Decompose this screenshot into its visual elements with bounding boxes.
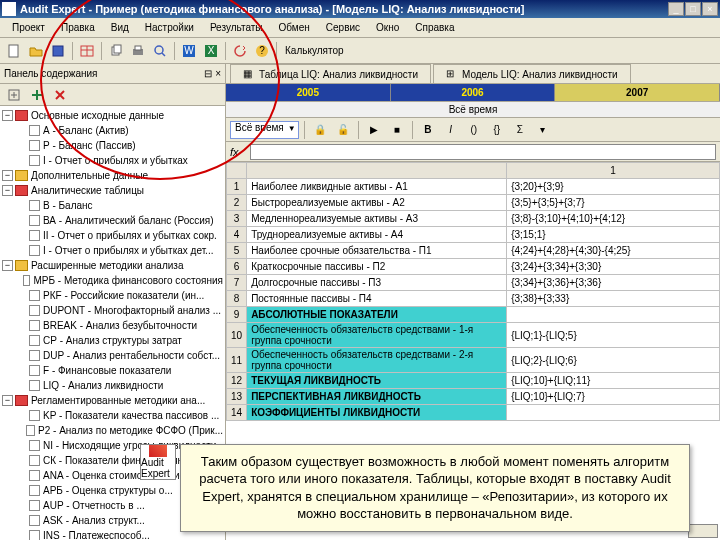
col-header-1[interactable]: 1	[507, 163, 720, 179]
row-value-cell[interactable]: {3;24}+{3;34}+{3;30}	[507, 259, 720, 275]
minimize-button[interactable]: _	[668, 2, 684, 16]
tree-item[interactable]: −Основные исходные данные	[2, 108, 223, 123]
row-name-cell[interactable]: ТЕКУЩАЯ ЛИКВИДНОСТЬ	[247, 373, 507, 389]
row-value-cell[interactable]: {LIQ;10}+{LIQ;7}	[507, 389, 720, 405]
menu-project[interactable]: Проект	[4, 20, 53, 35]
tree-delete-button[interactable]	[50, 85, 70, 105]
row-value-cell[interactable]: {3;5}+{3;5}+{3;7}	[507, 195, 720, 211]
row-name-cell[interactable]: АБСОЛЮТНЫЕ ПОКАЗАТЕЛИ	[247, 307, 507, 323]
tree-toggle-icon[interactable]: −	[2, 395, 13, 406]
help-button[interactable]: ?	[252, 41, 272, 61]
tree-item[interactable]: F - Финансовые показатели	[2, 363, 223, 378]
stop-button[interactable]: ■	[387, 120, 407, 140]
lock-button[interactable]: 🔒	[310, 120, 330, 140]
tree-item[interactable]: МРБ - Методика финансового состояния	[2, 273, 223, 288]
tree-item[interactable]: LIQ - Анализ ликвидности	[2, 378, 223, 393]
row-value-cell[interactable]: {4;24}+{4;28}+{4;30}-{4;25}	[507, 243, 720, 259]
new-button[interactable]	[4, 41, 24, 61]
table-row[interactable]: 3Медленнореализуемые активы - А3{3;8}-{3…	[227, 211, 720, 227]
menu-window[interactable]: Окно	[368, 20, 407, 35]
table-row[interactable]: 14КОЭФФИЦИЕНТЫ ЛИКВИДНОСТИ	[227, 405, 720, 421]
italic-button[interactable]: I	[441, 120, 461, 140]
maximize-button[interactable]: □	[685, 2, 701, 16]
tree-add-button[interactable]	[27, 85, 47, 105]
tree-item[interactable]: DUP - Анализ рентабельности собст...	[2, 348, 223, 363]
tree-item[interactable]: II - Отчет о прибылях и убытках сокр.	[2, 228, 223, 243]
table-row[interactable]: 6Краткосрочные пассивы - П2{3;24}+{3;34}…	[227, 259, 720, 275]
tree-item[interactable]: А - Баланс (Актив)	[2, 123, 223, 138]
more-button[interactable]: ▾	[533, 120, 553, 140]
row-name-cell[interactable]: Долгосрочные пассивы - П3	[247, 275, 507, 291]
menu-settings[interactable]: Настройки	[137, 20, 202, 35]
word-button[interactable]: W	[179, 41, 199, 61]
row-name-cell[interactable]: Быстрореализуемые активы - А2	[247, 195, 507, 211]
table-row[interactable]: 13ПЕРСПЕКТИВНАЯ ЛИКВИДНОСТЬ{LIQ;10}+{LIQ…	[227, 389, 720, 405]
tree-item[interactable]: CР - Анализ структуры затрат	[2, 333, 223, 348]
table-row[interactable]: 2Быстрореализуемые активы - А2{3;5}+{3;5…	[227, 195, 720, 211]
tree-item[interactable]: РКF - Российские показатели (ин...	[2, 288, 223, 303]
tab-table[interactable]: ▦Таблица LIQ: Анализ ликвидности	[230, 64, 431, 83]
tree-item[interactable]: −Аналитические таблицы	[2, 183, 223, 198]
data-grid[interactable]: 1 1Наиболее ликвидные активы - А1{3;20}+…	[226, 162, 720, 421]
row-name-cell[interactable]: Постоянные пассивы - П4	[247, 291, 507, 307]
table-row[interactable]: 5Наиболее срочные обязательства - П1{4;2…	[227, 243, 720, 259]
bold-button[interactable]: B	[418, 120, 438, 140]
sidebar-dock-btns[interactable]: ⊟ ×	[204, 68, 221, 79]
tree-item[interactable]: I - Отчет о прибылях и убытках дет...	[2, 243, 223, 258]
row-name-cell[interactable]: ПЕРСПЕКТИВНАЯ ЛИКВИДНОСТЬ	[247, 389, 507, 405]
row-value-cell[interactable]: {3;34}+{3;36}+{3;36}	[507, 275, 720, 291]
menu-view[interactable]: Вид	[103, 20, 137, 35]
row-value-cell[interactable]: {3;38}+{3;33}	[507, 291, 720, 307]
tree-item[interactable]: BREAK - Анализ безубыточности	[2, 318, 223, 333]
menu-service[interactable]: Сервис	[318, 20, 368, 35]
save-button[interactable]	[48, 41, 68, 61]
table-row[interactable]: 1Наиболее ликвидные активы - А1{3;20}+{3…	[227, 179, 720, 195]
tree-toggle-icon[interactable]: −	[2, 170, 13, 181]
year-2005[interactable]: 2005	[226, 84, 391, 101]
menu-edit[interactable]: Правка	[53, 20, 103, 35]
tree-item[interactable]: Р2 - Анализ по методике ФСФО (Прик...	[2, 423, 223, 438]
tab-model[interactable]: ⊞Модель LIQ: Анализ ликвидности	[433, 64, 631, 83]
row-name-cell[interactable]: Наиболее ликвидные активы - А1	[247, 179, 507, 195]
table-row[interactable]: 7Долгосрочные пассивы - П3{3;34}+{3;36}+…	[227, 275, 720, 291]
row-name-cell[interactable]: Обеспеченность обязательств средствами -…	[247, 348, 507, 373]
calculator-label[interactable]: Калькулятор	[281, 45, 348, 56]
row-value-cell[interactable]: {LIQ;2}-{LIQ;6}	[507, 348, 720, 373]
unlock-button[interactable]: 🔓	[333, 120, 353, 140]
row-name-cell[interactable]: КОЭФФИЦИЕНТЫ ЛИКВИДНОСТИ	[247, 405, 507, 421]
tree-item[interactable]: I - Отчет о прибылях и убытках	[2, 153, 223, 168]
row-value-cell[interactable]: {3;15;1}	[507, 227, 720, 243]
table-button[interactable]	[77, 41, 97, 61]
tree-item[interactable]: В - Баланс	[2, 198, 223, 213]
tree-item[interactable]: DUPONT - Многофакторный анализ ...	[2, 303, 223, 318]
tree-item[interactable]: −Расширенные методики анализа	[2, 258, 223, 273]
table-row[interactable]: 12ТЕКУЩАЯ ЛИКВИДНОСТЬ{LIQ;10}+{LIQ;11}	[227, 373, 720, 389]
row-value-cell[interactable]: {LIQ;10}+{LIQ;11}	[507, 373, 720, 389]
row-value-cell[interactable]: {3;8}-{3;10}+{4;10}+{4;12}	[507, 211, 720, 227]
table-row[interactable]: 11Обеспеченность обязательств средствами…	[227, 348, 720, 373]
row-name-cell[interactable]: Обеспеченность обязательств средствами -…	[247, 323, 507, 348]
tree-item[interactable]: Р - Баланс (Пассив)	[2, 138, 223, 153]
preview-button[interactable]	[150, 41, 170, 61]
table-row[interactable]: 10Обеспеченность обязательств средствами…	[227, 323, 720, 348]
table-row[interactable]: 4Труднореализуемые активы - А4{3;15;1}	[227, 227, 720, 243]
tree-item[interactable]: −Регламентированные методики ана...	[2, 393, 223, 408]
close-button[interactable]: ×	[702, 2, 718, 16]
tree-expand-button[interactable]	[4, 85, 24, 105]
table-row[interactable]: 8Постоянные пассивы - П4{3;38}+{3;33}	[227, 291, 720, 307]
row-name-cell[interactable]: Наиболее срочные обязательства - П1	[247, 243, 507, 259]
period-dropdown[interactable]: Всё время	[230, 121, 299, 139]
print-button[interactable]	[128, 41, 148, 61]
play-button[interactable]: ▶	[364, 120, 384, 140]
tree-item[interactable]: −Дополнительные данные	[2, 168, 223, 183]
paren-button[interactable]: ()	[464, 120, 484, 140]
menu-help[interactable]: Справка	[407, 20, 462, 35]
row-name-cell[interactable]: Медленнореализуемые активы - А3	[247, 211, 507, 227]
row-name-cell[interactable]: Краткосрочные пассивы - П2	[247, 259, 507, 275]
tree-toggle-icon[interactable]: −	[2, 110, 13, 121]
year-2006[interactable]: 2006	[391, 84, 556, 101]
row-value-cell[interactable]: {LIQ;1}-{LIQ;5}	[507, 323, 720, 348]
table-row[interactable]: 9АБСОЛЮТНЫЕ ПОКАЗАТЕЛИ	[227, 307, 720, 323]
row-name-cell[interactable]: Труднореализуемые активы - А4	[247, 227, 507, 243]
formula-input[interactable]	[250, 144, 716, 160]
